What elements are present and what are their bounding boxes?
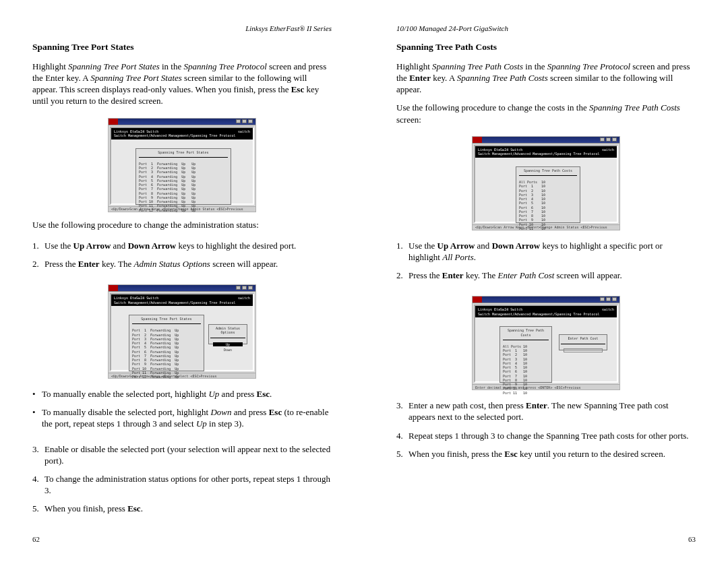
t: Up bbox=[196, 418, 207, 429]
t: Esc bbox=[127, 503, 141, 513]
t: key. The bbox=[100, 259, 134, 269]
terminal-header: Linksys EtaSw24 SwitchSwitch Management/… bbox=[111, 294, 253, 306]
terminal-header: Linksys EtaSw24 SwitchSwitch Management/… bbox=[111, 128, 253, 139]
step-3: 3.Enter a new path cost, then press Ente… bbox=[396, 400, 696, 423]
terminal-header: Linksys EtaSw24 SwitchSwitch Management/… bbox=[475, 306, 617, 317]
step-4: 4.Repeat steps 1 through 3 to change the… bbox=[396, 430, 696, 441]
steps-left-3-5: 3.Enable or disable the selected port (y… bbox=[32, 443, 332, 522]
figure-path-costs-1: Linksys EtaSw24 SwitchSwitch Management/… bbox=[396, 136, 696, 230]
document-spread: Linksys EtherFast® II Series Spanning Tr… bbox=[0, 0, 728, 562]
t: . bbox=[474, 252, 476, 262]
t: switch bbox=[238, 129, 250, 138]
t: Enter Path Cost bbox=[498, 270, 555, 280]
step-2: 2.Press the Enter key. The Enter Path Co… bbox=[396, 270, 696, 281]
t: Esc bbox=[269, 407, 282, 417]
step-2: 2.Press the Enter key. The Admin Status … bbox=[32, 258, 332, 270]
t: Esc bbox=[291, 84, 305, 94]
page-63: 10/100 Managed 24-Port GigaSwitch Spanni… bbox=[364, 0, 728, 562]
t: Switch Management/Advanced Management/Sp… bbox=[478, 152, 600, 156]
t: Esc bbox=[504, 449, 518, 459]
t: and bbox=[111, 241, 127, 251]
t: Enter bbox=[442, 270, 464, 280]
intro-paragraph-right: Highlight Spanning Tree Path Costs in th… bbox=[396, 61, 696, 95]
bullets-left: •To manually enable the selected port, h… bbox=[32, 388, 332, 436]
t: Enter bbox=[78, 259, 100, 269]
t: All Ports bbox=[442, 252, 474, 262]
terminal-header: Linksys EtaSw24 SwitchSwitch Management/… bbox=[475, 146, 617, 158]
t: key until you return to the desired scre… bbox=[518, 449, 665, 459]
t: Spanning Tree Path Costs bbox=[589, 102, 680, 113]
t: Use the following procedure to change th… bbox=[396, 102, 589, 113]
popup-title: Admin Status Options bbox=[210, 326, 245, 335]
popup-option: Up bbox=[213, 342, 243, 346]
figure-port-states-1: Linksys EtaSw24 SwitchSwitch Management/… bbox=[32, 118, 332, 212]
t: Spanning Tree Port States bbox=[90, 73, 182, 83]
popup-field bbox=[564, 348, 603, 352]
t: Switch Management/Advanced Management/Sp… bbox=[114, 301, 236, 305]
t: switch bbox=[602, 307, 614, 316]
procedure-heading-left: Use the following procedure to change th… bbox=[32, 219, 332, 230]
steps-right-1-2: 1.Use the Up Arrow and Down Arrow keys t… bbox=[396, 240, 696, 288]
t: . bbox=[141, 503, 143, 513]
t: Linksys EtaSw24 Switch bbox=[478, 307, 522, 311]
step-4: 4.To change the administration status op… bbox=[32, 473, 332, 496]
t: and bbox=[475, 241, 491, 251]
t: Spanning Tree Path Costs bbox=[457, 73, 548, 83]
t: When you finish, press the bbox=[408, 449, 504, 459]
panel-title: Spanning Tree Port States bbox=[139, 150, 228, 154]
t: Enter bbox=[409, 73, 431, 83]
t: Highlight bbox=[396, 61, 432, 71]
step-5: 5.When you finish, press Esc. bbox=[32, 503, 332, 514]
step-5: 5.When you finish, press the Esc key unt… bbox=[396, 448, 696, 460]
t: switch bbox=[602, 148, 614, 156]
t: Use the bbox=[408, 241, 437, 251]
t: Down bbox=[210, 407, 231, 417]
figure-port-states-2: Linksys EtaSw24 SwitchSwitch Management/… bbox=[32, 284, 332, 379]
step-1: 1.Use the Up Arrow and Down Arrow keys t… bbox=[396, 240, 696, 263]
t: To change the administration status opti… bbox=[44, 473, 332, 496]
t: screen: bbox=[396, 115, 421, 125]
section-title-path-costs: Spanning Tree Path Costs bbox=[396, 42, 696, 53]
bullet-disable: •To manually disable the selected port, … bbox=[32, 406, 332, 429]
t: To manually disable the selected port, h… bbox=[42, 407, 210, 417]
t: switch bbox=[238, 296, 250, 305]
t: keys to highlight the desired port. bbox=[176, 241, 296, 251]
figure-path-costs-2: Linksys EtaSw24 SwitchSwitch Management/… bbox=[396, 296, 696, 390]
step-1: 1.Use the Up Arrow and Down Arrow keys t… bbox=[32, 240, 332, 251]
t: Up Arrow bbox=[73, 241, 111, 251]
t: in the bbox=[160, 61, 184, 71]
t: Linksys EtaSw24 Switch bbox=[478, 148, 522, 152]
t: Use the bbox=[44, 241, 73, 251]
step-3: 3.Enable or disable the selected port (y… bbox=[32, 443, 332, 466]
t: Press the bbox=[44, 259, 78, 269]
panel-title: Spanning Tree Port States bbox=[132, 317, 201, 321]
page-number-left: 62 bbox=[32, 535, 332, 543]
t: key. The bbox=[464, 270, 498, 280]
steps-right-3-5: 3.Enter a new path cost, then press Ente… bbox=[396, 400, 696, 466]
t: . bbox=[270, 389, 272, 399]
popup-option: Down bbox=[210, 348, 245, 352]
t: Enter a new path cost, then press bbox=[408, 400, 526, 410]
t: Enter bbox=[526, 400, 547, 410]
t: Up Arrow bbox=[437, 241, 475, 251]
t: Repeat steps 1 through 3 to change the S… bbox=[408, 430, 696, 441]
bullet-enable: •To manually enable the selected port, h… bbox=[32, 388, 332, 400]
t: Up bbox=[208, 389, 219, 399]
port-table: Port 1 Forwarding Up Port 2 Forwarding U… bbox=[132, 328, 201, 379]
procedure-heading-right: Use the following procedure to change th… bbox=[396, 102, 696, 125]
t: in the bbox=[523, 61, 547, 71]
t: Enable or disable the selected port (you… bbox=[44, 443, 332, 466]
window-titlebar bbox=[109, 119, 255, 125]
t: Esc bbox=[257, 389, 270, 399]
t: screen will appear. bbox=[210, 259, 278, 269]
running-head-right: 10/100 Managed 24-Port GigaSwitch bbox=[396, 24, 696, 32]
t: Press the bbox=[408, 270, 442, 280]
t: Linksys EtaSw24 Switch bbox=[114, 129, 158, 133]
section-title-port-states: Spanning Tree Port States bbox=[32, 42, 332, 53]
page-number-right: 63 bbox=[396, 535, 696, 543]
t: Down Arrow bbox=[128, 241, 177, 251]
window-titlebar bbox=[473, 296, 619, 303]
t: and press bbox=[231, 407, 268, 417]
popup-title: Enter Path Cost bbox=[561, 336, 605, 340]
t: Switch Management/Advanced Management/Sp… bbox=[478, 312, 600, 316]
